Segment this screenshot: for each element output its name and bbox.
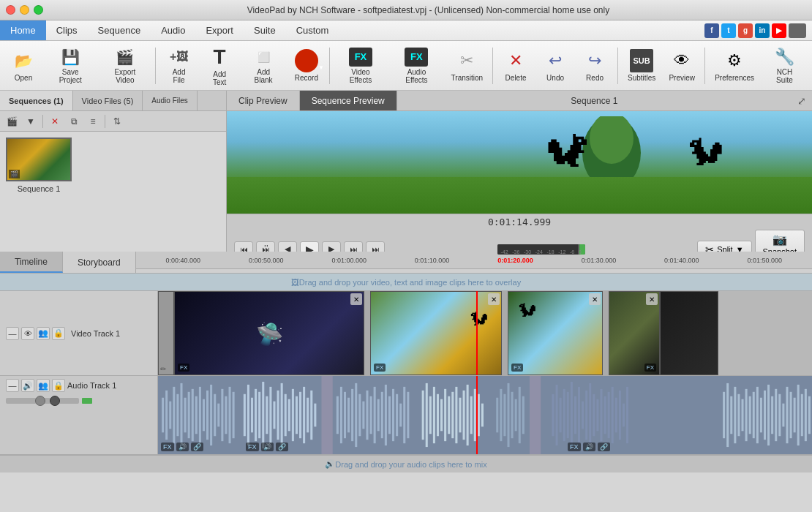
lock-audio-track-button[interactable]: 🔒 bbox=[52, 379, 65, 392]
sort-icon[interactable]: ⇅ bbox=[108, 113, 126, 129]
audio-volume-button-2[interactable]: 🔊 bbox=[261, 443, 274, 451]
menu-export[interactable]: Export bbox=[195, 20, 244, 40]
preview-button[interactable]: 👁 Preview bbox=[663, 45, 701, 87]
audio-volume-button-3[interactable]: 🔊 bbox=[583, 443, 595, 451]
svg-rect-18 bbox=[214, 394, 216, 436]
eye-video-track-button[interactable]: 👁 bbox=[21, 327, 34, 340]
audio-volume-indicator[interactable] bbox=[50, 396, 60, 406]
collapse-video-track-button[interactable]: — bbox=[6, 327, 19, 340]
video-clip-nature1[interactable]: ✕ 🐿 FX bbox=[370, 291, 502, 375]
menu-sequence[interactable]: Sequence bbox=[88, 20, 151, 40]
audio-volume-knob[interactable] bbox=[35, 396, 45, 406]
record-icon bbox=[295, 49, 318, 72]
open-button[interactable]: 📂 Open bbox=[4, 45, 42, 87]
lock-video-track-button[interactable]: 🔒 bbox=[52, 327, 65, 340]
svg-rect-27 bbox=[255, 389, 257, 441]
clip-gap-3 bbox=[603, 291, 609, 375]
svg-rect-52 bbox=[362, 402, 364, 429]
video-clip-edit[interactable]: ✏ bbox=[158, 291, 174, 375]
audio-fx-button-1[interactable]: FX bbox=[161, 443, 174, 451]
remove-sequence-icon[interactable]: ✕ bbox=[46, 113, 64, 129]
add-blank-button[interactable]: ⬜ Add Blank bbox=[241, 45, 285, 87]
record-button[interactable]: Record bbox=[287, 45, 326, 87]
nch-suite-button[interactable]: 🔧 NCH Suite bbox=[762, 45, 808, 87]
close-clip-2-icon[interactable]: ✕ bbox=[488, 293, 500, 305]
svg-rect-7 bbox=[173, 387, 175, 443]
audio-link-button-2[interactable]: 🔗 bbox=[276, 443, 288, 451]
audio-drop-zone: 🔊 Drag and drop your audio clips here to… bbox=[0, 455, 812, 473]
preferences-button[interactable]: ⚙ Preferences bbox=[709, 45, 760, 87]
video-clip-tree[interactable]: ✕ FX bbox=[609, 291, 660, 375]
youtube-icon[interactable]: ▶ bbox=[772, 23, 786, 38]
svg-rect-24 bbox=[244, 394, 246, 436]
menu-audio[interactable]: Audio bbox=[151, 20, 195, 40]
subtitles-button[interactable]: SUB Subtitles bbox=[622, 45, 661, 87]
tab-clip-preview[interactable]: Clip Preview bbox=[227, 91, 300, 110]
duplicate-sequence-icon[interactable]: ⧉ bbox=[65, 113, 83, 129]
svg-rect-61 bbox=[396, 394, 398, 436]
add-text-button[interactable]: T Add Text bbox=[200, 45, 240, 87]
volume-slider[interactable]: -42 -36 -30 -24 -18 -12 -6 0 bbox=[497, 244, 585, 255]
window-title: VideoPad by NCH Software - softpediatest… bbox=[50, 5, 806, 15]
video-clip-dark[interactable] bbox=[660, 291, 718, 375]
redo-button[interactable]: ↪ Redo bbox=[576, 45, 614, 87]
close-clip-3-icon[interactable]: ✕ bbox=[589, 293, 601, 305]
svg-rect-49 bbox=[351, 389, 353, 441]
close-clip-4-icon[interactable]: ✕ bbox=[646, 293, 658, 305]
left-toolbar-sep-1 bbox=[42, 115, 43, 128]
linkedin-icon[interactable]: in bbox=[755, 23, 770, 38]
tab-audio-files[interactable]: Audio Files bbox=[143, 91, 197, 110]
tab-sequences[interactable]: Sequences (1) bbox=[0, 91, 73, 110]
twitter-icon[interactable]: t bbox=[721, 23, 736, 38]
undo-button[interactable]: ↩ Undo bbox=[536, 45, 574, 87]
list-view-icon[interactable]: ≡ bbox=[84, 113, 102, 129]
expand-preview-icon[interactable]: ⤢ bbox=[792, 91, 812, 110]
audio-link-button-1[interactable]: 🔗 bbox=[191, 443, 203, 451]
add-file-button[interactable]: +🖼 Add File bbox=[159, 45, 198, 87]
audio-fx-button-2[interactable]: FX bbox=[246, 443, 259, 451]
video-clip-nature2[interactable]: ✕ 🐿 FX bbox=[508, 291, 603, 375]
audio-fx-button-3[interactable]: FX bbox=[568, 443, 581, 451]
menu-clips[interactable]: Clips bbox=[46, 20, 88, 40]
svg-rect-125 bbox=[771, 396, 773, 434]
add-sequence-icon[interactable]: 🎬 bbox=[3, 113, 20, 129]
tab-video-files[interactable]: Video Files (5) bbox=[73, 91, 143, 110]
audio-link-button-3[interactable]: 🔗 bbox=[598, 443, 610, 451]
svg-rect-62 bbox=[399, 404, 402, 427]
group-audio-track-button[interactable]: 👥 bbox=[37, 379, 50, 392]
nch-icon[interactable] bbox=[789, 23, 806, 38]
minimize-button[interactable] bbox=[20, 5, 29, 15]
close-button[interactable] bbox=[6, 5, 15, 15]
audio-effects-button[interactable]: FX Audio Effects bbox=[389, 45, 444, 87]
toolbar-separator-2 bbox=[329, 48, 330, 84]
video-clip-space[interactable]: ✕ 🛸 FX bbox=[174, 291, 364, 375]
maximize-button[interactable] bbox=[34, 5, 43, 15]
googleplus-icon[interactable]: g bbox=[738, 23, 753, 38]
facebook-icon[interactable]: f bbox=[704, 23, 719, 38]
svg-rect-67 bbox=[429, 396, 432, 434]
audio-volume-track[interactable] bbox=[6, 398, 79, 404]
delete-button[interactable]: ✕ Delete bbox=[497, 45, 535, 87]
video-effects-button[interactable]: FX Video Effects bbox=[334, 45, 388, 87]
open-icon: 📂 bbox=[12, 49, 35, 72]
menu-suite[interactable]: Suite bbox=[244, 20, 286, 40]
tab-storyboard[interactable]: Storyboard bbox=[63, 252, 136, 273]
save-project-button[interactable]: 💾 Save Project bbox=[44, 45, 97, 87]
svg-rect-81 bbox=[481, 404, 484, 427]
transition-button[interactable]: ✂ Transition bbox=[446, 45, 489, 87]
audio-level-indicator bbox=[82, 398, 92, 404]
audio-volume-button-1[interactable]: 🔊 bbox=[176, 443, 189, 451]
tab-sequence-preview[interactable]: Sequence Preview bbox=[300, 91, 397, 110]
collapse-audio-track-button[interactable]: — bbox=[6, 379, 19, 392]
menu-home[interactable]: Home bbox=[0, 20, 46, 40]
svg-rect-76 bbox=[463, 391, 465, 440]
speaker-audio-track-button[interactable]: 🔊 bbox=[21, 379, 34, 392]
group-video-track-button[interactable]: 👥 bbox=[37, 327, 50, 340]
tab-timeline[interactable]: Timeline bbox=[0, 252, 63, 273]
export-video-button[interactable]: 🎬 Export Video bbox=[98, 45, 151, 87]
menu-custom[interactable]: Custom bbox=[286, 20, 339, 40]
timecode-display: 0:01:14.999 bbox=[227, 214, 812, 230]
dropdown-icon[interactable]: ▼ bbox=[22, 113, 40, 129]
close-clip-1-icon[interactable]: ✕ bbox=[350, 293, 362, 305]
sequence-item-1[interactable]: 🎬 Sequence 1 bbox=[6, 138, 72, 193]
